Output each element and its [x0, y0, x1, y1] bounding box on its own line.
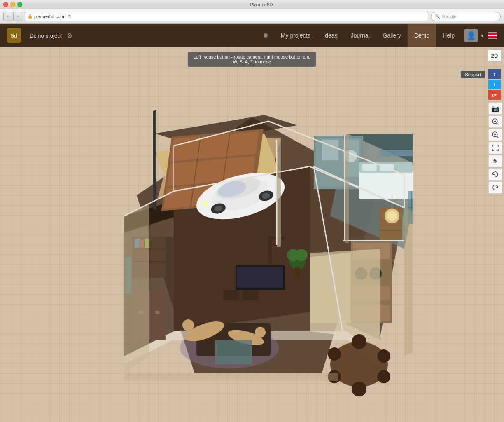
measure-button[interactable]: ft²	[488, 155, 502, 167]
search-placeholder: Google	[442, 14, 456, 19]
refresh-button[interactable]: ↻	[66, 13, 73, 20]
facebook-button[interactable]: f	[488, 69, 501, 79]
app-logo	[7, 28, 21, 43]
svg-point-63	[352, 382, 366, 396]
minimize-btn[interactable]	[10, 2, 15, 7]
viewport[interactable]: Support 2D Left mouse button - rotate ca…	[0, 47, 504, 422]
svg-rect-58	[242, 290, 258, 300]
search-bar[interactable]: 🔍 Google	[431, 12, 501, 21]
svg-rect-42	[362, 164, 377, 171]
svg-point-65	[328, 347, 341, 361]
maximize-btn[interactable]	[17, 2, 22, 7]
twitter-button[interactable]: t	[488, 80, 501, 89]
svg-rect-54	[215, 340, 252, 364]
settings-button[interactable]: ⚙	[65, 30, 75, 40]
nav-my-projects[interactable]: My projects	[274, 24, 317, 47]
url-text: planner5d.com	[34, 14, 64, 19]
tooltip: Left mouse button - rotate camera, right…	[188, 52, 316, 67]
address-bar[interactable]: 🔒 planner5d.com ↻	[25, 12, 428, 21]
svg-point-51	[182, 319, 194, 331]
svg-point-53	[255, 327, 266, 338]
app-window: Demo project ⚙ My projects Ideas Journal…	[0, 24, 504, 422]
svg-rect-96	[268, 237, 272, 263]
window-title: Planner 5D	[22, 2, 501, 7]
2d-button[interactable]: 2D	[488, 49, 502, 62]
nav-journal[interactable]: Journal	[344, 24, 376, 47]
zoom-in-button[interactable]	[488, 115, 502, 128]
svg-marker-102	[277, 138, 281, 247]
svg-line-6	[497, 136, 499, 138]
fullscreen-button[interactable]	[488, 142, 502, 154]
redo-button[interactable]	[488, 181, 502, 194]
language-flag[interactable]	[488, 32, 497, 39]
support-button[interactable]: Support	[461, 71, 485, 78]
svg-rect-78	[295, 267, 300, 278]
screenshot-button[interactable]: 📷	[488, 102, 502, 115]
search-icon: 🔍	[434, 14, 440, 19]
floorplan-3d[interactable]	[91, 92, 413, 401]
svg-rect-19	[153, 110, 156, 210]
back-button[interactable]: ‹	[3, 12, 12, 21]
svg-rect-56	[237, 267, 283, 288]
user-menu[interactable]: 👤 ▼	[464, 29, 484, 42]
nav-links: My projects Ideas Journal Gallery Demo H…	[274, 24, 461, 47]
nav-help[interactable]: Help	[436, 24, 461, 47]
svg-rect-82	[155, 311, 159, 314]
svg-point-73	[387, 211, 397, 221]
zoom-in-icon	[492, 118, 499, 125]
svg-point-61	[377, 349, 390, 363]
nav-demo[interactable]: Demo	[408, 24, 436, 47]
svg-marker-107	[345, 134, 349, 243]
os-titlebar: Planner 5D	[0, 0, 504, 9]
traffic-lights	[3, 2, 22, 7]
fullscreen-icon	[492, 144, 499, 152]
logo-icon	[7, 28, 21, 43]
svg-rect-44	[380, 150, 413, 156]
lock-icon: 🔒	[28, 14, 33, 19]
svg-marker-89	[310, 249, 380, 323]
nav-ideas[interactable]: Ideas	[317, 24, 344, 47]
gplus-button[interactable]: g+	[488, 90, 501, 100]
svg-marker-99	[124, 373, 338, 381]
svg-marker-100	[404, 208, 413, 356]
undo-icon	[492, 171, 499, 178]
zoom-out-icon	[492, 131, 499, 138]
browser-toolbar: ‹ › 🔒 planner5d.com ↻ 🔍 Google	[0, 9, 504, 24]
close-btn[interactable]	[3, 2, 8, 7]
nav-buttons: ‹ ›	[3, 12, 22, 21]
forward-button[interactable]: ›	[13, 12, 22, 21]
app-navbar: Demo project ⚙ My projects Ideas Journal…	[0, 24, 504, 47]
svg-rect-57	[223, 290, 240, 300]
nav-gallery[interactable]: Gallery	[376, 24, 408, 47]
zoom-out-button[interactable]	[488, 129, 502, 141]
undo-button[interactable]	[488, 168, 502, 181]
right-toolbar: f t g+ 📷	[487, 66, 504, 197]
project-name: Demo project	[30, 33, 61, 39]
svg-point-62	[377, 370, 390, 383]
svg-marker-98	[124, 204, 149, 373]
svg-point-60	[352, 334, 366, 349]
redo-icon	[492, 184, 499, 191]
nav-dot[interactable]	[264, 33, 268, 38]
dropdown-arrow-icon: ▼	[480, 33, 484, 38]
tooltip-text: Left mouse button - rotate camera, right…	[194, 54, 310, 64]
svg-point-77	[295, 249, 308, 261]
user-avatar: 👤	[464, 29, 478, 42]
floorplan-svg	[91, 92, 413, 401]
svg-line-3	[497, 123, 499, 125]
